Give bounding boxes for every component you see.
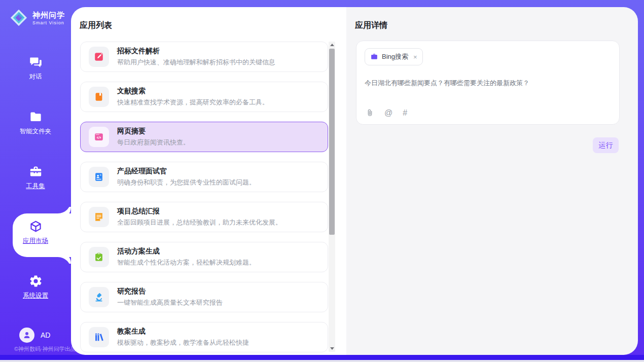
sidebar-label-app-market: 应用市场 [23,237,48,245]
books-icon [93,332,104,343]
folder-icon [29,110,43,124]
app-card-literature-search[interactable]: 文献搜索 快速精准查找学术资源，提高研究效率的必备工具。 [80,82,328,112]
app-icon-tile [89,247,109,267]
app-card-pm-interviewer[interactable]: 产品经理面试官 明确身份和职责，为您提供专业性的面试问题。 [80,162,328,192]
app-card-title: 教案生成 [117,327,249,336]
app-card-bid-parse[interactable]: 招标文件解析 帮助用户快速、准确地理解和解析招标书中的关键信息 [80,42,328,72]
app-card-desc: 模板驱动，教案秒成，教学准备从此轻松快捷 [117,338,249,347]
chat-icon [29,55,43,69]
app-card-project-summary[interactable]: 项目总结汇报 全面回顾项目进展，总结经验教训，助力未来优化发展。 [80,202,328,232]
briefcase-icon [370,53,378,61]
content-shell: 应用列表 招标文件解析 帮助用户快速、准确地理解和解析招标书中的关键信息 [71,7,638,355]
app-card-event-plan[interactable]: 活动方案生成 智能生成个性化活动方案，轻松解决规划难题。 [80,242,328,272]
user-name: AD [41,331,50,339]
app-card-title: 文献搜索 [117,87,269,96]
person-icon [22,331,31,340]
app-icon-tile [89,127,109,147]
prompt-card: Bing搜索 × 今日湖北有哪些新闻要点？有哪些需要关注的最新政策？ @ # [356,41,620,125]
person-document-icon [93,171,104,183]
bottom-accent-bar [0,355,644,360]
user-account[interactable]: AD [19,328,50,343]
sidebar-label-smart-folder: 智能文件夹 [20,127,52,136]
app-card-title: 网页摘要 [117,127,190,136]
app-card-title: 研究报告 [117,287,223,296]
app-card-research-report[interactable]: 研究报告 一键智能生成高质量长文本研究报告 [80,282,328,312]
app-card-desc: 全面回顾项目进展，总结经验教训，助力未来优化发展。 [117,218,282,227]
app-icon-tile [89,167,109,187]
brand-name: 神州问学 [32,11,65,20]
app-card-title: 产品经理面试官 [117,167,256,176]
sidebar-label-settings: 系统设置 [23,292,48,300]
brand-text: 神州问学 Smart Vision [32,11,65,25]
sidebar-label-toolset: 工具集 [26,182,45,191]
app-list-title: 应用列表 [80,20,112,31]
bottom-edge-strip [0,360,644,362]
app-list-panel: 应用列表 招标文件解析 帮助用户快速、准确地理解和解析招标书中的关键信息 [71,7,346,355]
sidebar-item-app-market[interactable]: 应用市场 [0,216,71,248]
app-icon-tile [89,87,109,107]
app-detail-title: 应用详情 [355,20,387,31]
sidebar-item-toolset[interactable]: 工具集 [0,162,71,193]
run-button[interactable]: 运行 [593,137,619,153]
copyright-footer: ©神州数码·神州问学出品 [14,345,76,353]
sidebar-item-chat[interactable]: 对话 [0,52,71,84]
app-card-desc: 明确身份和职责，为您提供专业性的面试问题。 [117,178,256,187]
app-card-lesson-plan[interactable]: 教案生成 模板驱动，教案秒成，教学准备从此轻松快捷 [80,322,328,352]
app-card-desc: 一键智能生成高质量长文本研究报告 [117,298,223,307]
app-icon-tile [89,47,109,67]
avatar [19,328,34,343]
brand-diamond-icon [9,8,28,27]
toolbox-icon [29,165,43,178]
app-detail-panel: 应用详情 Bing搜索 × 今日湖北有哪些新闻要点？有哪些需要关注的最新政策？ … [346,7,638,355]
sidebar: 神州问学 Smart Vision 对话 智能文件夹 工具集 应用市场 系统 [0,0,71,362]
scrollbar-up-arrow[interactable] [329,42,335,48]
paperclip-icon[interactable] [366,108,374,117]
app-card-title: 活动方案生成 [117,247,256,256]
cube-icon [29,220,43,233]
pencil-square-icon [93,51,104,62]
app-card-desc: 每日政府新闻资讯快查。 [117,138,190,147]
attachment-toolbar: @ # [366,108,407,117]
sidebar-item-smart-folder[interactable]: 智能文件夹 [0,107,71,138]
microscope-icon [93,292,104,303]
tag-close-icon[interactable]: × [413,54,417,60]
hashtag-icon[interactable]: # [403,109,407,117]
mention-icon[interactable]: @ [384,109,392,117]
app-card-list: 招标文件解析 帮助用户快速、准确地理解和解析招标书中的关键信息 文献搜索 快速精… [80,42,328,353]
book-icon [93,91,104,102]
memo-icon [93,211,104,223]
sidebar-label-chat: 对话 [29,73,42,81]
gear-icon [29,274,43,288]
app-icon-tile [89,287,109,307]
scrollbar-down-arrow[interactable] [329,345,335,352]
prompt-input[interactable]: 今日湖北有哪些新闻要点？有哪些需要关注的最新政策？ [365,79,611,88]
app-card-desc: 智能生成个性化活动方案，轻松解决规划难题。 [117,258,256,267]
app-card-desc: 快速精准查找学术资源，提高研究效率的必备工具。 [117,98,269,107]
tool-tag-bing-search[interactable]: Bing搜索 × [365,48,423,65]
app-card-title: 招标文件解析 [117,47,275,56]
browser-code-icon [93,131,104,142]
brand-logo: 神州问学 Smart Vision [9,8,65,27]
app-icon-tile [89,207,109,227]
clipboard-check-icon [93,251,104,263]
sidebar-item-settings[interactable]: 系统设置 [0,271,71,303]
app-card-web-summary[interactable]: 网页摘要 每日政府新闻资讯快查。 [80,122,328,152]
brand-tagline: Smart Vision [32,20,65,25]
app-icon-tile [89,327,109,347]
app-list-scrollbar[interactable] [329,42,335,352]
app-card-title: 项目总结汇报 [117,207,282,216]
scrollbar-thumb[interactable] [329,49,335,235]
tool-tag-label: Bing搜索 [382,52,408,61]
app-card-desc: 帮助用户快速、准确地理解和解析招标书中的关键信息 [117,58,275,67]
